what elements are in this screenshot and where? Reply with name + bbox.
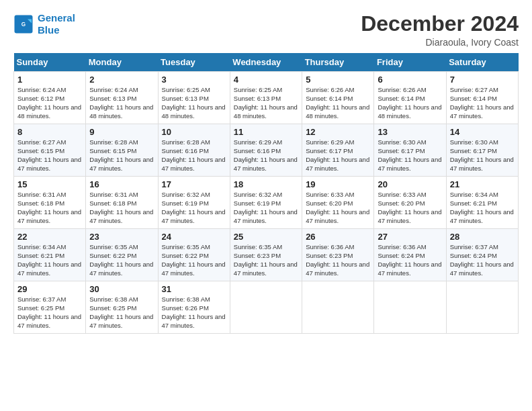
day-info: Sunrise: 6:27 AMSunset: 6:15 PMDaylight:… (17, 138, 82, 173)
day-number: 27 (378, 232, 442, 242)
calendar-cell: 27Sunrise: 6:36 AMSunset: 6:24 PMDayligh… (374, 229, 446, 281)
day-number: 6 (378, 75, 442, 85)
logo-line2: Blue (38, 24, 60, 36)
col-header-sunday: Sunday (14, 53, 86, 72)
day-info: Sunrise: 6:33 AMSunset: 6:20 PMDaylight:… (306, 191, 370, 225)
month-title: December 2024 (361, 12, 519, 36)
calendar-cell: 10Sunrise: 6:28 AMSunset: 6:16 PMDayligh… (158, 124, 230, 177)
week-row-5: 29Sunrise: 6:37 AMSunset: 6:25 PMDayligh… (14, 281, 519, 334)
title-block: December 2024 Diaraoula, Ivory Coast (361, 12, 519, 48)
day-info: Sunrise: 6:38 AMSunset: 6:26 PMDaylight:… (162, 295, 226, 330)
day-info: Sunrise: 6:33 AMSunset: 6:20 PMDaylight:… (378, 191, 442, 225)
day-info: Sunrise: 6:26 AMSunset: 6:14 PMDaylight:… (378, 86, 442, 120)
day-number: 25 (234, 232, 298, 242)
day-info: Sunrise: 6:31 AMSunset: 6:18 PMDaylight:… (17, 191, 82, 225)
calendar-cell (374, 281, 446, 334)
week-row-3: 15Sunrise: 6:31 AMSunset: 6:18 PMDayligh… (14, 177, 519, 229)
day-info: Sunrise: 6:36 AMSunset: 6:23 PMDaylight:… (306, 243, 370, 277)
calendar-cell: 2Sunrise: 6:24 AMSunset: 6:13 PMDaylight… (86, 72, 158, 124)
day-number: 19 (306, 179, 370, 189)
day-info: Sunrise: 6:24 AMSunset: 6:13 PMDaylight:… (89, 86, 154, 120)
day-number: 28 (450, 232, 515, 242)
calendar-cell: 15Sunrise: 6:31 AMSunset: 6:18 PMDayligh… (14, 177, 86, 229)
calendar-cell (446, 281, 518, 334)
day-info: Sunrise: 6:28 AMSunset: 6:15 PMDaylight:… (89, 138, 154, 173)
day-info: Sunrise: 6:30 AMSunset: 6:17 PMDaylight:… (450, 138, 515, 173)
calendar-cell (302, 281, 374, 334)
location-subtitle: Diaraoula, Ivory Coast (361, 37, 519, 48)
day-number: 2 (89, 75, 154, 85)
day-number: 22 (17, 232, 82, 242)
week-row-2: 8Sunrise: 6:27 AMSunset: 6:15 PMDaylight… (14, 124, 519, 177)
week-row-1: 1Sunrise: 6:24 AMSunset: 6:12 PMDaylight… (14, 72, 519, 124)
calendar-cell: 22Sunrise: 6:34 AMSunset: 6:21 PMDayligh… (14, 229, 86, 281)
calendar-cell: 4Sunrise: 6:25 AMSunset: 6:13 PMDaylight… (230, 72, 302, 124)
day-info: Sunrise: 6:29 AMSunset: 6:16 PMDaylight:… (234, 138, 298, 173)
day-number: 12 (306, 127, 370, 137)
day-info: Sunrise: 6:32 AMSunset: 6:19 PMDaylight:… (234, 191, 298, 225)
calendar-cell: 25Sunrise: 6:35 AMSunset: 6:23 PMDayligh… (230, 229, 302, 281)
calendar-cell: 6Sunrise: 6:26 AMSunset: 6:14 PMDaylight… (374, 72, 446, 124)
calendar-cell: 23Sunrise: 6:35 AMSunset: 6:22 PMDayligh… (86, 229, 158, 281)
col-header-friday: Friday (374, 53, 446, 72)
day-number: 20 (378, 179, 442, 189)
day-number: 24 (162, 232, 226, 242)
day-info: Sunrise: 6:28 AMSunset: 6:16 PMDaylight:… (162, 138, 226, 173)
col-header-saturday: Saturday (446, 53, 518, 72)
calendar-cell: 21Sunrise: 6:34 AMSunset: 6:21 PMDayligh… (446, 177, 518, 229)
calendar-cell: 20Sunrise: 6:33 AMSunset: 6:20 PMDayligh… (374, 177, 446, 229)
day-number: 21 (450, 179, 515, 189)
day-info: Sunrise: 6:34 AMSunset: 6:21 PMDaylight:… (17, 243, 82, 277)
day-number: 5 (306, 75, 370, 85)
day-number: 17 (162, 179, 226, 189)
col-header-monday: Monday (86, 53, 158, 72)
day-number: 30 (89, 284, 154, 294)
day-number: 8 (17, 127, 82, 137)
day-number: 4 (234, 75, 298, 85)
day-info: Sunrise: 6:36 AMSunset: 6:24 PMDaylight:… (378, 243, 442, 277)
day-info: Sunrise: 6:37 AMSunset: 6:24 PMDaylight:… (450, 243, 515, 277)
day-number: 14 (450, 127, 515, 137)
calendar-cell: 30Sunrise: 6:38 AMSunset: 6:25 PMDayligh… (86, 281, 158, 334)
calendar-cell: 11Sunrise: 6:29 AMSunset: 6:16 PMDayligh… (230, 124, 302, 177)
svg-text:G: G (21, 21, 26, 28)
calendar-cell: 8Sunrise: 6:27 AMSunset: 6:15 PMDaylight… (14, 124, 86, 177)
calendar-cell: 17Sunrise: 6:32 AMSunset: 6:19 PMDayligh… (158, 177, 230, 229)
calendar-cell: 3Sunrise: 6:25 AMSunset: 6:13 PMDaylight… (158, 72, 230, 124)
calendar-cell: 24Sunrise: 6:35 AMSunset: 6:22 PMDayligh… (158, 229, 230, 281)
day-info: Sunrise: 6:25 AMSunset: 6:13 PMDaylight:… (162, 86, 226, 120)
week-row-4: 22Sunrise: 6:34 AMSunset: 6:21 PMDayligh… (14, 229, 519, 281)
day-number: 11 (234, 127, 298, 137)
day-number: 7 (450, 75, 515, 85)
day-number: 23 (89, 232, 154, 242)
calendar-cell: 14Sunrise: 6:30 AMSunset: 6:17 PMDayligh… (446, 124, 518, 177)
day-info: Sunrise: 6:25 AMSunset: 6:13 PMDaylight:… (234, 86, 298, 120)
calendar-cell: 9Sunrise: 6:28 AMSunset: 6:15 PMDaylight… (86, 124, 158, 177)
calendar-cell: 13Sunrise: 6:30 AMSunset: 6:17 PMDayligh… (374, 124, 446, 177)
calendar-cell: 1Sunrise: 6:24 AMSunset: 6:12 PMDaylight… (14, 72, 86, 124)
day-info: Sunrise: 6:30 AMSunset: 6:17 PMDaylight:… (378, 138, 442, 173)
day-info: Sunrise: 6:34 AMSunset: 6:21 PMDaylight:… (450, 191, 515, 225)
calendar-cell: 26Sunrise: 6:36 AMSunset: 6:23 PMDayligh… (302, 229, 374, 281)
calendar-cell: 16Sunrise: 6:31 AMSunset: 6:18 PMDayligh… (86, 177, 158, 229)
day-number: 9 (89, 127, 154, 137)
logo-text: General Blue (38, 12, 75, 36)
day-info: Sunrise: 6:38 AMSunset: 6:25 PMDaylight:… (89, 295, 154, 330)
day-number: 29 (17, 284, 82, 294)
col-header-tuesday: Tuesday (158, 53, 230, 72)
day-info: Sunrise: 6:31 AMSunset: 6:18 PMDaylight:… (89, 191, 154, 225)
calendar-cell: 19Sunrise: 6:33 AMSunset: 6:20 PMDayligh… (302, 177, 374, 229)
calendar-cell: 5Sunrise: 6:26 AMSunset: 6:14 PMDaylight… (302, 72, 374, 124)
logo-line1: General (38, 12, 75, 24)
day-info: Sunrise: 6:32 AMSunset: 6:19 PMDaylight:… (162, 191, 226, 225)
calendar-cell: 29Sunrise: 6:37 AMSunset: 6:25 PMDayligh… (14, 281, 86, 334)
col-header-wednesday: Wednesday (230, 53, 302, 72)
day-info: Sunrise: 6:35 AMSunset: 6:22 PMDaylight:… (89, 243, 154, 277)
calendar-cell: 31Sunrise: 6:38 AMSunset: 6:26 PMDayligh… (158, 281, 230, 334)
day-number: 3 (162, 75, 226, 85)
calendar-cell (230, 281, 302, 334)
calendar-table: SundayMondayTuesdayWednesdayThursdayFrid… (13, 53, 519, 334)
day-number: 26 (306, 232, 370, 242)
day-info: Sunrise: 6:24 AMSunset: 6:12 PMDaylight:… (17, 86, 82, 120)
calendar-cell: 28Sunrise: 6:37 AMSunset: 6:24 PMDayligh… (446, 229, 518, 281)
